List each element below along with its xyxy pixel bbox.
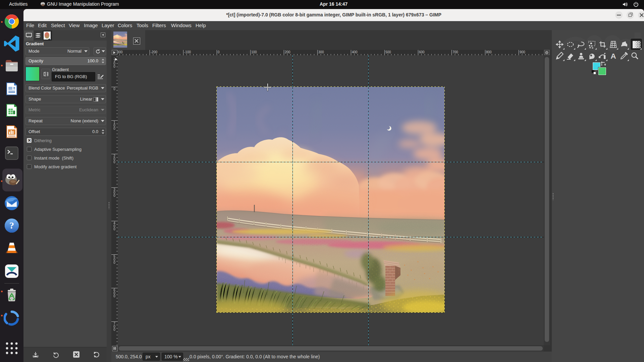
svg-text:?: ? — [9, 220, 14, 231]
svg-text:A: A — [610, 52, 616, 60]
